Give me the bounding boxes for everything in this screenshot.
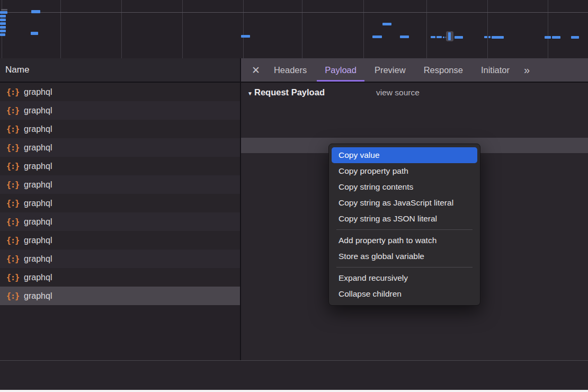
request-name: graphql: [24, 180, 52, 190]
menu-item-expand-recursively[interactable]: Expand recursively: [329, 270, 480, 286]
timeline-gridline: [243, 0, 244, 58]
menu-item-copy-string-contents[interactable]: Copy string contents: [329, 179, 480, 195]
context-menu: Copy valueCopy property pathCopy string …: [328, 144, 480, 306]
tab-payload[interactable]: Payload: [317, 58, 364, 82]
close-icon[interactable]: ✕: [252, 64, 260, 76]
request-timing-bar[interactable]: [31, 32, 38, 35]
request-name: graphql: [24, 236, 52, 245]
request-timing-bar[interactable]: [443, 37, 444, 38]
timeline-divider-line: [0, 12, 588, 13]
request-row[interactable]: {:}graphql: [0, 268, 240, 287]
request-name: graphql: [24, 199, 52, 208]
tab-headers[interactable]: Headers: [266, 58, 315, 80]
request-timing-bar[interactable]: [484, 36, 487, 38]
request-timing-bar[interactable]: [0, 22, 6, 25]
name-column-header[interactable]: Name: [0, 58, 240, 83]
devtools-network-panel: Name {:}graphql{:}graphql{:}graphql{:}gr…: [0, 0, 588, 392]
request-name: graphql: [24, 106, 52, 115]
menu-item-store-as-global-variable[interactable]: Store as global variable: [329, 248, 480, 264]
timeline-gridline: [121, 0, 122, 58]
highlighted-timing-bar: [448, 32, 451, 40]
request-row[interactable]: {:}graphql: [0, 120, 240, 138]
request-timing-bar[interactable]: [400, 35, 409, 38]
tab-strip: HeadersPayloadPreviewResponseInitiator: [266, 58, 518, 82]
timeline-gridline: [182, 0, 183, 58]
request-timing-bar[interactable]: [0, 15, 6, 17]
timeline-gridline: [302, 0, 302, 58]
request-row[interactable]: {:}graphql: [0, 287, 240, 305]
request-timing-bar[interactable]: [488, 36, 491, 38]
operation-name-row[interactable]: operationName: "ipFlowTimeseries": [241, 122, 588, 138]
json-braces-icon: {:}: [6, 199, 19, 208]
request-name: graphql: [24, 254, 52, 264]
json-braces-icon: {:}: [6, 106, 19, 115]
view-source-link[interactable]: view source: [376, 88, 420, 97]
menu-item-copy-string-as-json-literal[interactable]: Copy string as JSON literal: [329, 211, 480, 227]
json-braces-icon: {:}: [6, 291, 19, 301]
request-row[interactable]: {:}graphql: [0, 250, 240, 268]
network-overview-timeline[interactable]: [0, 0, 588, 58]
timeline-gridline: [363, 0, 364, 58]
json-braces-icon: {:}: [6, 87, 19, 97]
request-row[interactable]: {:}graphql: [0, 101, 240, 120]
request-timing-bar[interactable]: [0, 33, 5, 36]
request-timing-bar[interactable]: [545, 36, 551, 39]
menu-separator: [336, 267, 473, 268]
request-name: graphql: [24, 273, 52, 282]
request-timing-bar[interactable]: [0, 30, 6, 32]
more-tabs-icon[interactable]: »: [524, 64, 529, 76]
json-braces-icon: {:}: [6, 162, 19, 171]
request-timing-bar[interactable]: [0, 11, 7, 14]
menu-item-collapse-children[interactable]: Collapse children: [329, 286, 480, 302]
tab-preview[interactable]: Preview: [367, 58, 414, 80]
request-timing-bar[interactable]: [31, 10, 40, 13]
payload-summary-row[interactable]: ▼ {operationName: "ipFlowTimeseries", va…: [241, 107, 588, 122]
request-row[interactable]: {:}graphql: [0, 194, 240, 212]
request-name: graphql: [24, 291, 52, 301]
request-timing-bar[interactable]: [571, 36, 579, 39]
request-list: {:}graphql{:}graphql{:}graphql{:}graphql…: [0, 83, 240, 360]
json-braces-icon: {:}: [6, 217, 19, 227]
menu-item-copy-string-as-javascript-literal[interactable]: Copy string as JavaScript literal: [329, 195, 480, 211]
request-row[interactable]: {:}graphql: [0, 83, 240, 101]
menu-separator: [336, 229, 473, 230]
summary-bar: [0, 361, 588, 390]
request-name: graphql: [24, 124, 52, 134]
request-name: graphql: [24, 162, 52, 171]
json-braces-icon: {:}: [6, 273, 19, 282]
request-timing-bar[interactable]: [455, 36, 463, 39]
request-timing-bar[interactable]: [436, 36, 442, 38]
request-timing-bar[interactable]: [372, 35, 382, 38]
details-tabbar: ✕ HeadersPayloadPreviewResponseInitiator…: [241, 58, 588, 83]
request-row[interactable]: {:}graphql: [0, 138, 240, 157]
menu-item-add-property-path-to-watch[interactable]: Add property path to watch: [329, 233, 480, 248]
request-payload-section-header: ▼ Request Payload view source: [241, 86, 588, 101]
request-timing-bar[interactable]: [431, 36, 435, 38]
request-name: graphql: [24, 143, 52, 153]
request-row[interactable]: {:}graphql: [0, 212, 240, 231]
json-braces-icon: {:}: [6, 254, 19, 264]
request-timing-bar[interactable]: [492, 36, 504, 39]
menu-item-copy-value[interactable]: Copy value: [332, 147, 477, 163]
timeline-gridline: [60, 0, 61, 58]
tab-initiator[interactable]: Initiator: [473, 58, 518, 80]
request-name: graphql: [24, 217, 52, 227]
request-timing-bar[interactable]: [0, 26, 6, 29]
section-collapse-triangle-icon[interactable]: ▼: [247, 91, 253, 96]
request-timing-bar[interactable]: [382, 23, 391, 25]
json-braces-icon: {:}: [6, 143, 19, 153]
request-timing-bar[interactable]: [241, 35, 250, 38]
hovered-request-highlight[interactable]: [446, 31, 453, 41]
request-timing-bar[interactable]: [552, 36, 560, 39]
request-row[interactable]: {:}graphql: [0, 157, 240, 175]
tab-response[interactable]: Response: [416, 58, 471, 80]
section-title: Request Payload: [254, 87, 325, 97]
request-row[interactable]: {:}graphql: [0, 175, 240, 194]
request-name: graphql: [24, 87, 52, 97]
request-timing-bar[interactable]: [1, 9, 7, 11]
request-row[interactable]: {:}graphql: [0, 231, 240, 250]
menu-item-copy-property-path[interactable]: Copy property path: [329, 163, 480, 179]
json-braces-icon: {:}: [6, 236, 19, 245]
timeline-gridline: [426, 0, 427, 58]
request-timing-bar[interactable]: [0, 19, 6, 21]
